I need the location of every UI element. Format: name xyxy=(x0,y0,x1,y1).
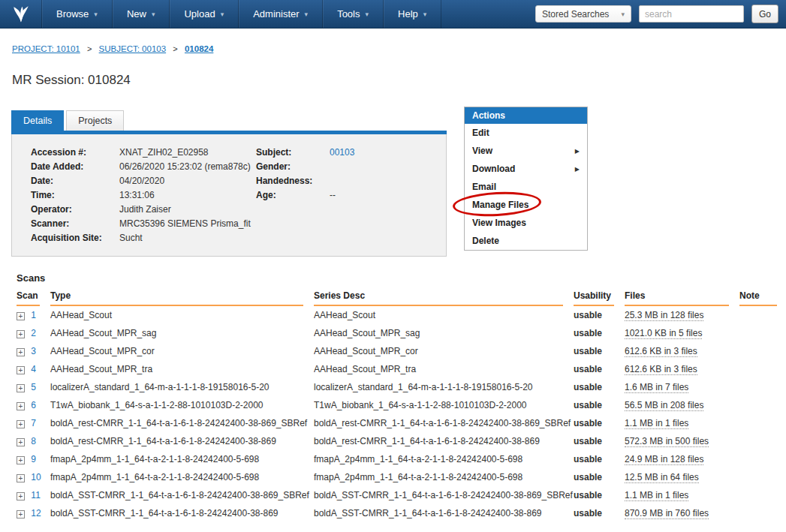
navbar-menu-upload[interactable]: Upload ▾ xyxy=(170,0,239,28)
scan-number-link[interactable]: 7 xyxy=(31,418,36,428)
expand-icon[interactable] xyxy=(17,510,25,518)
chevron-down-icon: ▾ xyxy=(423,11,427,18)
scan-number-link[interactable]: 9 xyxy=(31,454,36,464)
scan-number-link[interactable]: 2 xyxy=(31,328,36,338)
breadcrumb: PROJECT: 10101 > SUBJECT: 00103 > 010824… xyxy=(12,44,786,53)
expand-icon[interactable] xyxy=(17,366,25,374)
breadcrumb-link-subject[interactable]: SUBJECT: 00103 xyxy=(99,44,167,53)
action-item-view[interactable]: View ▶ xyxy=(465,142,587,160)
scan-number-link[interactable]: 3 xyxy=(31,346,36,356)
detail-row: Operator: Judith Zaiser xyxy=(31,203,256,217)
scan-type: AAHead_Scout_MPR_sag xyxy=(50,324,314,342)
detail-label: Acquisition Site: xyxy=(31,231,119,245)
chevron-down-icon: ▾ xyxy=(305,11,309,18)
scan-note xyxy=(739,360,777,378)
scan-number-link[interactable]: 6 xyxy=(31,400,36,410)
scan-files-link[interactable]: 1.6 MB in 7 files xyxy=(625,382,688,393)
scan-number-link[interactable]: 4 xyxy=(31,364,36,374)
expand-icon[interactable] xyxy=(17,384,25,392)
navbar-menu-help[interactable]: Help ▾ xyxy=(384,0,441,28)
chevron-down-icon: ▾ xyxy=(221,11,224,18)
scan-files-link[interactable]: 572.3 MB in 500 files xyxy=(625,436,709,447)
scans-table: Scan Type Series Desc Usability Files No… xyxy=(17,288,777,522)
table-row: 2 AAHead_Scout_MPR_sag AAHead_Scout_MPR_… xyxy=(17,324,777,342)
scan-number-link[interactable]: 1 xyxy=(31,310,36,320)
detail-row: Subject: 00103 xyxy=(256,146,354,160)
column-header-note: Note xyxy=(739,288,777,306)
scan-files-link[interactable]: 870.9 MB in 760 files xyxy=(625,508,709,519)
table-row: 9 fmapA_2p4mm_1-1_64-t-a-2-1-1-8-2424240… xyxy=(17,450,777,468)
expand-icon[interactable] xyxy=(17,330,25,338)
scan-usability: usable xyxy=(574,360,625,378)
breadcrumb-segment: SUBJECT: 00103 > xyxy=(99,44,185,53)
scan-type: fmapA_2p4mm_1-1_64-t-a-2-1-1-8-24242400-… xyxy=(50,450,314,468)
stored-searches-select[interactable]: Stored Searches ▾ xyxy=(535,5,631,23)
expand-icon[interactable] xyxy=(17,402,25,410)
detail-label: Operator: xyxy=(31,203,119,217)
tab-details[interactable]: Details xyxy=(11,110,64,131)
scan-number-link[interactable]: 11 xyxy=(31,490,40,500)
action-item-view-images[interactable]: View Images ▶ xyxy=(465,214,587,232)
table-row: 6 T1wA_biobank_1_64-s-a-1-1-2-88-1010103… xyxy=(17,396,777,414)
scan-files-link[interactable]: 1.1 MB in 1 files xyxy=(625,490,688,501)
expand-icon[interactable] xyxy=(17,492,25,500)
table-row: 1 AAHead_Scout AAHead_Scout usable 25.3 … xyxy=(17,306,777,324)
action-item-download[interactable]: Download ▶ xyxy=(465,160,587,178)
scan-type: boldA_SST-CMRR_1-1_64-t-a-1-6-1-8-242424… xyxy=(50,504,314,522)
scans-heading: Scans xyxy=(17,272,786,284)
scan-files-link[interactable]: 612.6 KB in 3 files xyxy=(625,346,697,357)
navbar-menu-new[interactable]: New ▾ xyxy=(113,0,170,28)
xnat-logo[interactable] xyxy=(0,0,42,28)
expand-icon[interactable] xyxy=(17,420,25,428)
tab-bar: Details Projects xyxy=(11,110,447,131)
breadcrumb-link-project[interactable]: PROJECT: 10101 xyxy=(12,44,80,53)
detail-label: Subject: xyxy=(256,146,330,160)
expand-icon[interactable] xyxy=(17,456,25,464)
go-button[interactable]: Go xyxy=(751,5,778,23)
actions-menu-items: Edit ▶ View ▶ Download ▶ Email ▶ Manage … xyxy=(465,124,587,250)
detail-value: 00103 xyxy=(330,146,354,160)
action-item-delete[interactable]: Delete ▶ xyxy=(465,232,587,250)
scan-number-link[interactable]: 12 xyxy=(31,508,41,518)
expand-icon[interactable] xyxy=(17,348,25,356)
scan-number-link[interactable]: 8 xyxy=(31,436,36,446)
scan-number-link[interactable]: 10 xyxy=(31,472,41,482)
expand-icon[interactable] xyxy=(17,474,25,482)
action-item-manage-files[interactable]: Manage Files ▶ xyxy=(465,196,587,214)
page-title: MR Session: 010824 xyxy=(12,73,786,88)
table-row: 5 localizerA_standard_1_64-m-a-1-1-1-8-1… xyxy=(17,378,777,396)
detail-row: Gender: xyxy=(256,160,354,174)
navbar-menu-tools[interactable]: Tools ▾ xyxy=(323,0,384,28)
details-right-column: Subject: 00103 Gender: Handedness: Age: … xyxy=(256,146,354,245)
action-item-email[interactable]: Email ▶ xyxy=(465,178,587,196)
scan-type: boldA_rest-CMRR_1-1_64-t-a-1-6-1-8-24242… xyxy=(50,414,314,432)
scan-note xyxy=(739,414,777,432)
actions-menu-title: Actions xyxy=(465,107,587,124)
tab-projects[interactable]: Projects xyxy=(66,110,124,131)
scan-number-link[interactable]: 5 xyxy=(31,382,36,392)
scan-files-link[interactable]: 612.6 KB in 3 files xyxy=(625,364,697,375)
scan-files-link[interactable]: 12.5 MB in 64 files xyxy=(625,472,699,483)
breadcrumb-link-session[interactable]: 010824 xyxy=(185,44,213,53)
scan-files-link[interactable]: 1021.0 KB in 5 files xyxy=(625,328,702,339)
expand-icon[interactable] xyxy=(17,438,25,446)
scan-files-link[interactable]: 25.3 MB in 128 files xyxy=(625,310,703,321)
expand-icon[interactable] xyxy=(17,312,25,320)
scan-usability: usable xyxy=(574,306,625,324)
navbar-menu-browse[interactable]: Browse ▾ xyxy=(42,0,113,28)
scan-note xyxy=(739,432,777,450)
action-item-edit[interactable]: Edit ▶ xyxy=(465,124,587,142)
navbar-menu-administer[interactable]: Administer ▾ xyxy=(239,0,323,28)
scan-files-link[interactable]: 56.5 MB in 208 files xyxy=(625,400,703,411)
scan-type: AAHead_Scout xyxy=(50,306,314,324)
column-header-usability: Usability xyxy=(574,288,614,306)
scan-files-link[interactable]: 24.9 MB in 128 files xyxy=(625,454,703,465)
search-input[interactable] xyxy=(639,5,744,23)
scan-type: AAHead_Scout_MPR_cor xyxy=(50,342,314,360)
detail-value: 04/20/2020 xyxy=(119,174,164,188)
scan-files-link[interactable]: 1.1 MB in 1 files xyxy=(625,418,688,429)
detail-row: Acquisition Site: Sucht xyxy=(31,231,256,245)
details-content: Accession #: XNAT_ZIH02_E02958 Date Adde… xyxy=(11,134,447,257)
detail-row: Date Added: 06/26/2020 15:23:02 (rema878… xyxy=(31,160,256,174)
detail-row: Date: 04/20/2020 xyxy=(31,174,256,188)
